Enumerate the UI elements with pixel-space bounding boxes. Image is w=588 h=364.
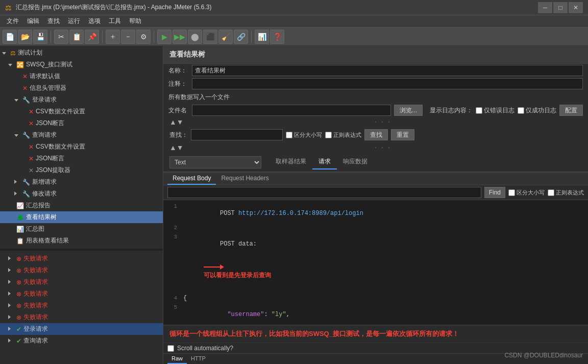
config-btn[interactable]: 配置 xyxy=(559,105,583,116)
toolbar-run-all[interactable]: ▶▶ xyxy=(173,30,187,44)
req-case-check[interactable]: 区分大小写 xyxy=(508,189,545,197)
result-label-2: 失败请求 xyxy=(23,266,48,275)
tab-request[interactable]: 请求 xyxy=(312,155,337,169)
tree-item-summary-report[interactable]: 📈 汇总报告 xyxy=(0,200,163,211)
filename-input[interactable] xyxy=(192,105,391,116)
scroll-auto-cb[interactable] xyxy=(167,345,174,352)
sort-down-icon: ▼ xyxy=(177,118,184,126)
req-case-cb[interactable] xyxy=(508,189,515,196)
toolbar-remote[interactable]: 🔗 xyxy=(234,30,248,44)
req-default-icon: ✕ xyxy=(22,73,28,80)
only-error-check[interactable]: 仅错误日志 xyxy=(476,106,514,115)
expand-icon-swsq xyxy=(8,62,14,67)
tree-item-table-results[interactable]: 📋 用表格查看结果 xyxy=(0,235,163,247)
req-find-btn[interactable]: Find xyxy=(484,187,505,198)
only-success-check[interactable]: 仅成功日志 xyxy=(518,106,556,115)
tree-item-login-group[interactable]: 🔧 登录请求 xyxy=(0,94,163,106)
regex-cb[interactable] xyxy=(325,132,332,138)
result-item-6[interactable]: ⊗ 失败请求 xyxy=(0,311,163,323)
tree-item-testplan[interactable]: ⚖ 测试计划 xyxy=(0,47,163,59)
menu-help[interactable]: 帮助 xyxy=(125,16,145,27)
result-item-3[interactable]: ⊗ 失败请求 xyxy=(0,276,163,288)
result-item-2[interactable]: ⊗ 失败请求 xyxy=(0,264,163,276)
result-icon-login: ✔ xyxy=(16,326,21,333)
toolbar-table[interactable]: 📊 xyxy=(255,30,269,44)
tab-response-data[interactable]: 响应数据 xyxy=(337,155,374,169)
name-input[interactable] xyxy=(192,65,583,76)
req-regex-cb[interactable] xyxy=(548,189,554,196)
summary-chart-icon: 📊 xyxy=(16,226,24,233)
req-regex-check[interactable]: 正则表达式 xyxy=(548,189,584,197)
tree-item-csv-query[interactable]: ✕ CSV数据文件设置 xyxy=(0,141,163,153)
req-regex-label: 正则表达式 xyxy=(556,189,584,197)
tree-item-summary-chart[interactable]: 📊 汇总图 xyxy=(0,223,163,235)
search-input[interactable] xyxy=(191,129,283,140)
toolbar-save[interactable]: 💾 xyxy=(33,30,47,44)
query-group-label: 查询请求 xyxy=(32,131,57,139)
tree-item-json-assert-login[interactable]: ✕ JSON断言 xyxy=(0,117,163,129)
summary-report-icon: 📈 xyxy=(16,202,24,209)
expand-icon-testplan xyxy=(2,50,8,56)
maximize-btn[interactable]: □ xyxy=(553,2,568,13)
result-item-query[interactable]: ✔ 查询请求 xyxy=(0,335,163,347)
toolbar-clear[interactable]: 🧹 xyxy=(218,30,233,44)
tree-item-modify-req[interactable]: 🔧 修改请求 xyxy=(0,188,163,200)
tree-item-new-req[interactable]: 🔧 新增请求 xyxy=(0,176,163,188)
sub-tab-request-body[interactable]: Request Body xyxy=(167,173,216,185)
tree-item-header-mgr[interactable]: ✕ 信息头管理器 xyxy=(0,82,163,94)
find-btn[interactable]: 查找 xyxy=(364,129,388,140)
format-dropdown[interactable]: Text xyxy=(169,156,261,168)
case-sensitive-cb[interactable] xyxy=(286,132,292,138)
tree-item-json-extractor[interactable]: ✕ JSON提取器 xyxy=(0,164,163,176)
result-icon-2: ⊗ xyxy=(16,267,21,274)
reset-btn[interactable]: 重置 xyxy=(391,129,414,140)
toolbar-new[interactable]: 📄 xyxy=(3,30,17,44)
tree-item-req-default[interactable]: ✕ 请求默认值 xyxy=(0,70,163,82)
toolbar-stop-all[interactable]: ⬛ xyxy=(203,30,217,44)
expand-r2 xyxy=(8,268,14,273)
menu-options[interactable]: 选项 xyxy=(84,16,105,27)
result-item-1[interactable]: ⊗ 失败请求 xyxy=(0,253,163,264)
only-success-checkbox[interactable] xyxy=(518,107,524,114)
result-icon-3: ⊗ xyxy=(16,279,21,286)
table-results-icon: 📋 xyxy=(16,237,24,245)
result-item-5[interactable]: ⊗ 失败请求 xyxy=(0,300,163,311)
toolbar-stop[interactable]: ⬤ xyxy=(188,30,202,44)
browse-btn[interactable]: 浏览... xyxy=(394,105,423,116)
viewer-title-text: 查看结果树 xyxy=(169,50,205,58)
tab-sampler-result[interactable]: 取样器结果 xyxy=(270,155,312,169)
toolbar-run[interactable]: ▶ xyxy=(157,30,172,44)
toolbar-copy[interactable]: 📋 xyxy=(69,30,84,44)
menu-find[interactable]: 查找 xyxy=(43,16,64,27)
minimize-btn[interactable]: ─ xyxy=(538,2,552,13)
http-tab[interactable]: HTTP xyxy=(187,354,210,364)
menu-edit[interactable]: 编辑 xyxy=(23,16,43,27)
close-btn[interactable]: ✕ xyxy=(569,2,583,13)
menu-file[interactable]: 文件 xyxy=(3,16,23,27)
toolbar-more[interactable]: ⚙ xyxy=(136,30,151,44)
sub-tab-request-headers[interactable]: Request Headers xyxy=(216,173,274,185)
tree-item-csv-login[interactable]: ✕ CSV数据文件设置 xyxy=(0,106,163,117)
menu-run[interactable]: 运行 xyxy=(64,16,84,27)
toolbar-open[interactable]: 📂 xyxy=(18,30,32,44)
req-search-input[interactable] xyxy=(167,187,481,198)
case-sensitive-label: 区分大小写 xyxy=(294,131,322,139)
tree-item-query-group[interactable]: 🔧 查询请求 xyxy=(0,129,163,141)
case-sensitive-check[interactable]: 区分大小写 xyxy=(286,131,322,139)
tree-item-results-tree[interactable]: 🌲 查看结果树 xyxy=(0,211,163,223)
menu-tools[interactable]: 工具 xyxy=(105,16,125,27)
result-item-4[interactable]: ⊗ 失败请求 xyxy=(0,288,163,300)
regex-check[interactable]: 正则表达式 xyxy=(325,131,361,139)
raw-tab[interactable]: Raw xyxy=(167,354,187,364)
tree-item-swsq[interactable]: 🔀 SWSQ_接口测试 xyxy=(0,59,163,70)
comment-input[interactable] xyxy=(192,78,583,89)
tree-item-json-assert-query[interactable]: ✕ JSON断言 xyxy=(0,153,163,164)
toolbar-paste[interactable]: 📌 xyxy=(85,30,99,44)
toolbar-help[interactable]: ❓ xyxy=(270,30,284,44)
toolbar-add[interactable]: ＋ xyxy=(106,30,120,44)
title-bar: ⚖ 汇总报告.jmx (D:\jmeter\测试报告\汇总报告.jmx) - A… xyxy=(0,0,588,15)
only-error-checkbox[interactable] xyxy=(476,107,482,114)
toolbar-remove[interactable]: － xyxy=(121,30,135,44)
result-item-login[interactable]: ✔ 登录请求 xyxy=(0,323,163,335)
toolbar-cut[interactable]: ✂ xyxy=(54,30,68,44)
